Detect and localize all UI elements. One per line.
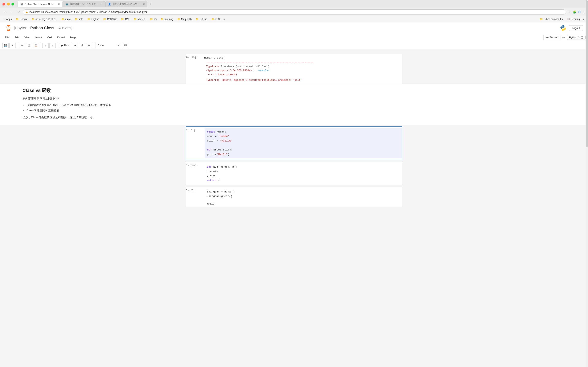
bookmark-reading-list[interactable]: 📖 Reading List bbox=[565, 17, 586, 21]
edit-pencil-icon[interactable]: ✏ bbox=[562, 36, 565, 39]
bookmark-keda[interactable]: 📁 科普 bbox=[210, 17, 222, 21]
move-down-button[interactable]: ↓ bbox=[49, 43, 56, 48]
bookmark-github[interactable]: 📁 GitHub bbox=[194, 17, 209, 21]
bookmark-astro-label: astro bbox=[65, 18, 71, 21]
cell-5-label: In [5]: bbox=[186, 188, 204, 192]
toolbar-separator-3 bbox=[57, 43, 57, 48]
keyboard-shortcuts-button[interactable]: ⌨ bbox=[123, 43, 129, 48]
folder-icon-crawler: 📁 bbox=[121, 18, 124, 21]
menu-edit[interactable]: Edit bbox=[12, 35, 21, 40]
tab-close-icon[interactable]: ✕ bbox=[58, 3, 60, 6]
folder-icon-keda: 📁 bbox=[211, 18, 214, 21]
url-bar[interactable]: 🔒 localhost:8888/notebooks/Desktop/files… bbox=[23, 9, 566, 15]
reading-list-icon: 📖 bbox=[567, 18, 570, 21]
bookmark-astro[interactable]: 📁 astro bbox=[60, 17, 72, 21]
menu-items: File Edit View Insert Cell Kernel Help bbox=[2, 35, 78, 40]
new-tab-button[interactable]: + bbox=[147, 1, 153, 7]
bookmark-google-label: Google bbox=[20, 18, 27, 21]
menu-help[interactable]: Help bbox=[68, 35, 78, 40]
back-button[interactable]: ← bbox=[2, 9, 7, 15]
move-up-button[interactable]: ↑ bbox=[43, 43, 49, 48]
tab-bilibili[interactable]: 📺 哔哩哔哩（ ' - ' )つロ 千杯--bil... ✕ bbox=[63, 1, 105, 7]
bookmark-google[interactable]: 📁 Google bbox=[14, 17, 29, 21]
cell-10-source[interactable]: def add_func(a, b): c = a+b d = c return… bbox=[204, 163, 402, 184]
stop-button[interactable]: ■ bbox=[72, 43, 78, 48]
error-arrow-line: ----> 1 Human.greet() bbox=[206, 73, 402, 77]
fullscreen-button[interactable] bbox=[11, 3, 14, 6]
bookmark-other[interactable]: 📁 Other Bookmarks bbox=[538, 17, 564, 21]
toolbar-separator-2 bbox=[41, 43, 41, 48]
bookmark-ustc[interactable]: 📁 ustc bbox=[73, 17, 85, 21]
save-button[interactable]: 💾 bbox=[2, 43, 9, 48]
restart-button[interactable]: ↺ bbox=[79, 43, 85, 48]
bookmark-arxiv[interactable]: 📁 arXiv.org e-Print a... bbox=[30, 17, 59, 21]
logout-button[interactable]: Logout bbox=[569, 25, 583, 31]
jupyter-actions: Logout bbox=[560, 25, 583, 31]
python-logo-icon bbox=[560, 25, 566, 31]
copy-cell-button[interactable]: ⿻ bbox=[26, 43, 32, 48]
fast-forward-button[interactable]: ⏭ bbox=[86, 43, 92, 48]
scrollbar[interactable] bbox=[586, 0, 588, 367]
bookmark-star-icon[interactable]: ☆ bbox=[568, 10, 571, 14]
browser-extension-icon[interactable]: 🧩 bbox=[573, 10, 576, 14]
more-bookmarks-button[interactable]: » bbox=[223, 17, 226, 21]
close-button[interactable] bbox=[2, 3, 5, 6]
markdown-footer: 当然，Class与函数的区别还有很多，这里只讲述这一点。 bbox=[22, 115, 583, 119]
error-blank bbox=[206, 77, 402, 78]
folder-icon-matplotlib: 📁 bbox=[177, 18, 180, 21]
cell-10-input-row: In [10]: def add_func(a, b): c = a+b d =… bbox=[186, 162, 402, 185]
address-bar: ← → ↻ 🔒 localhost:8888/notebooks/Desktop… bbox=[0, 8, 588, 16]
browser-menu-icon[interactable]: ⋮ bbox=[583, 10, 586, 14]
menu-cell[interactable]: Cell bbox=[45, 35, 54, 40]
cell-type-selector[interactable]: Code Markdown Raw NBConvert bbox=[95, 43, 120, 48]
folder-icon-astro: 📁 bbox=[61, 18, 64, 21]
title-bar: 📓 Python Class - Jupyter Notebo... ✕ 📺 哔… bbox=[0, 0, 588, 8]
notebook-title[interactable]: Python Class bbox=[30, 26, 54, 30]
bookmark-mysql[interactable]: 📁 MySQL bbox=[132, 17, 147, 21]
lock-icon: 🔒 bbox=[25, 11, 28, 13]
tab-favicon: 📓 bbox=[20, 3, 23, 6]
svg-point-6 bbox=[562, 25, 563, 26]
bookmark-crawler[interactable]: 📁 爬虫 bbox=[119, 17, 131, 21]
menu-insert[interactable]: Insert bbox=[33, 35, 44, 40]
paste-cell-button[interactable]: 📋 bbox=[33, 43, 39, 48]
bookmark-github-label: GitHub bbox=[199, 18, 207, 21]
toolbar-separator-4 bbox=[94, 43, 94, 48]
tab-jupyter[interactable]: 📓 Python Class - Jupyter Notebo... ✕ bbox=[17, 1, 62, 7]
user-profile-icon[interactable]: H bbox=[578, 10, 581, 14]
bookmark-apps-label: Apps bbox=[6, 18, 12, 21]
svg-point-2 bbox=[7, 26, 10, 30]
cell-1-source[interactable]: class Human: name = 'Human' color = 'yel… bbox=[205, 128, 402, 158]
cell-5-container: In [5]: Zhangsan = Human() Zhangsan.gree… bbox=[186, 187, 402, 207]
bookmark-english[interactable]: 📁 English bbox=[86, 17, 101, 21]
reload-button[interactable]: ↻ bbox=[16, 9, 21, 15]
forward-button[interactable]: → bbox=[9, 9, 14, 15]
tab-close-icon-2[interactable]: ✕ bbox=[100, 3, 102, 6]
menu-right: Not Trusted ✏ Python 3 bbox=[543, 35, 586, 40]
cell-5-output-text: Hello bbox=[207, 202, 214, 205]
run-button[interactable]: ▶ Run bbox=[59, 43, 71, 48]
tab-close-icon-3[interactable]: ✕ bbox=[143, 3, 145, 6]
bookmark-matplotlib[interactable]: 📁 Matplotlib bbox=[176, 17, 193, 21]
menu-file[interactable]: File bbox=[2, 35, 12, 40]
menu-view[interactable]: View bbox=[22, 35, 33, 40]
markdown-cell: Class vs 函数 从外部来看其内部之间的不同 函数内部空间变量不可看，必须… bbox=[0, 84, 588, 125]
bookmark-myblog[interactable]: 📁 my blog bbox=[159, 17, 175, 21]
minimize-button[interactable] bbox=[7, 3, 10, 6]
cell-5-source[interactable]: Zhangsan = Human() Zhangsan.greet() bbox=[204, 188, 402, 200]
bookmark-apps[interactable]: ⠿ Apps bbox=[2, 17, 13, 21]
tab-space[interactable]: 👤 我们都来自星尘的个人空间_哔... ✕ bbox=[105, 1, 147, 7]
svg-point-4 bbox=[10, 26, 11, 27]
not-trusted-button[interactable]: Not Trusted bbox=[543, 35, 561, 40]
cut-cell-button[interactable]: ✂ bbox=[19, 43, 25, 48]
bookmark-js[interactable]: 📁 JS bbox=[148, 17, 158, 21]
autosaved-label: (autosaved) bbox=[58, 26, 72, 30]
jupyter-logo-icon bbox=[5, 25, 12, 32]
add-cell-button[interactable]: ＋ bbox=[9, 43, 16, 48]
cell-15-source[interactable]: Human.greet() bbox=[204, 55, 225, 59]
tab-favicon-3: 👤 bbox=[108, 3, 111, 6]
menu-kernel[interactable]: Kernel bbox=[55, 35, 67, 40]
bookmark-data-analysis[interactable]: 📁 数据分析 bbox=[102, 17, 118, 21]
folder-icon-arxiv: 📁 bbox=[32, 18, 35, 21]
cell-5-input-row: In [5]: Zhangsan = Human() Zhangsan.gree… bbox=[186, 187, 402, 201]
